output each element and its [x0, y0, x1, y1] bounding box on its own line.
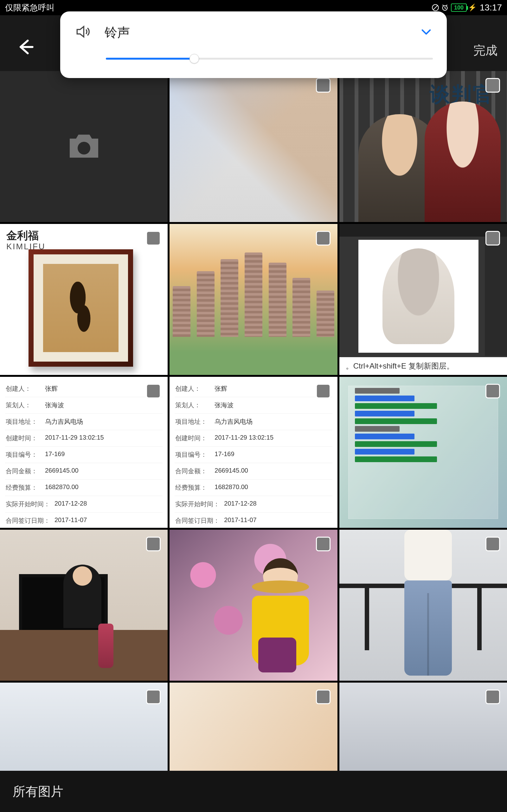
expand-button[interactable]: [419, 25, 433, 40]
select-checkbox[interactable]: [316, 231, 331, 246]
svg-line-1: [433, 6, 437, 10]
select-checkbox[interactable]: [146, 231, 161, 246]
form-value: 2017-12-28: [224, 500, 257, 508]
form-label: 合同金额：: [6, 467, 41, 475]
form-row: 合同签订日期：2017-11-07: [175, 513, 332, 528]
form-value: 张辉: [45, 385, 58, 393]
form-label: 经费预算：: [175, 484, 210, 492]
speaker-icon: [74, 23, 92, 42]
form-label: 经费预算：: [6, 484, 41, 492]
form-row: 项目编号：17-169: [175, 447, 332, 463]
chevron-down-icon: [419, 25, 433, 38]
form-value: 2017-11-29 13:02:15: [215, 434, 274, 443]
select-checkbox[interactable]: [316, 78, 331, 93]
form-row: 合同签订日期：2017-11-07: [5, 513, 163, 528]
form-value: 张辉: [215, 385, 227, 393]
done-button[interactable]: 完成: [473, 43, 498, 59]
form-value: 17-169: [45, 450, 65, 459]
form-label: 创建时间：: [6, 434, 41, 443]
gallery-thumb[interactable]: [339, 682, 507, 778]
volume-slider[interactable]: [106, 53, 433, 65]
charging-icon: ⚡: [468, 3, 476, 12]
form-row: 创建人：张辉: [5, 380, 163, 397]
form-row: 实际开始时间：2017-12-28: [5, 496, 163, 513]
form-value: 17-169: [215, 450, 234, 459]
gallery-thumb[interactable]: [170, 71, 337, 222]
album-selector-label: 所有图片: [13, 783, 63, 800]
select-checkbox[interactable]: [486, 690, 500, 704]
gallery-thumb[interactable]: 金利福 KIMLIFU: [0, 224, 168, 375]
select-checkbox[interactable]: [316, 537, 331, 551]
form-value: 乌力吉风电场: [215, 417, 252, 426]
form-value: 2669145.00: [45, 467, 78, 475]
battery-indicator: 100 ⚡: [451, 3, 478, 12]
select-checkbox[interactable]: [486, 537, 500, 551]
no-sim-icon: [431, 3, 440, 12]
gallery-thumb[interactable]: 创建人：张辉策划人：张海波项目地址：乌力吉风电场创建时间：2017-11-29 …: [0, 377, 168, 528]
form-label: 合同签订日期：: [6, 516, 50, 525]
alarm-icon: [441, 3, 449, 12]
gallery-thumb[interactable]: [170, 530, 337, 681]
select-checkbox[interactable]: [146, 537, 161, 551]
slider-thumb[interactable]: [189, 54, 199, 63]
select-checkbox[interactable]: [316, 690, 331, 704]
gallery-thumb[interactable]: [170, 682, 337, 778]
form-value: 1682870.00: [45, 484, 78, 492]
form-row: 创建时间：2017-11-29 13:02:15: [5, 430, 163, 447]
form-label: 策划人：: [6, 401, 41, 409]
form-row: 创建时间：2017-11-29 13:02:15: [175, 430, 332, 447]
gallery-grid[interactable]: 谈判官 金利福 KIMLIFU 。Ctrl+Alt+shift+E 复制新图层。…: [0, 71, 507, 778]
svg-point-3: [78, 142, 90, 154]
gallery-thumb[interactable]: 创建人：张辉策划人：张海波项目地址：乌力吉风电场创建时间：2017-11-29 …: [170, 377, 337, 528]
form-row: 项目编号：17-169: [5, 447, 163, 463]
camera-icon: [65, 128, 103, 165]
gallery-thumb[interactable]: [339, 530, 507, 681]
form-label: 策划人：: [175, 401, 210, 409]
form-value: 张海波: [45, 401, 64, 409]
select-checkbox[interactable]: [146, 690, 161, 704]
form-label: 创建时间：: [175, 434, 210, 443]
form-row: 合同金额：2669145.00: [5, 463, 163, 479]
form-row: 经费预算：1682870.00: [175, 479, 332, 496]
slider-fill: [106, 58, 194, 60]
gallery-thumb[interactable]: 。Ctrl+Alt+shift+E 复制新图层。: [339, 224, 507, 375]
form-row: 策划人：张海波: [175, 397, 332, 414]
form-label: 项目编号：: [6, 450, 41, 459]
form-value: 1682870.00: [215, 484, 248, 492]
select-checkbox[interactable]: [486, 231, 500, 246]
gallery-thumb[interactable]: [170, 224, 337, 375]
caption-text: 。Ctrl+Alt+shift+E 复制新图层。: [339, 357, 507, 375]
form-value: 张海波: [215, 401, 233, 409]
status-system-icons: [431, 3, 449, 12]
select-checkbox[interactable]: [146, 384, 161, 398]
gallery-thumb[interactable]: [0, 530, 168, 681]
select-checkbox[interactable]: [316, 384, 331, 398]
battery-percent: 100: [451, 3, 467, 12]
camera-tile[interactable]: [0, 71, 168, 222]
form-row: 合同金额：2669145.00: [175, 463, 332, 479]
form-row: 策划人：张海波: [5, 397, 163, 414]
form-row: 项目地址：乌力吉风电场: [5, 414, 163, 430]
form-label: 创建人：: [175, 385, 210, 393]
form-label: 实际开始时间：: [175, 500, 220, 508]
form-value: 乌力吉风电场: [45, 417, 83, 426]
form-label: 项目编号：: [175, 450, 210, 459]
gallery-grid-area: 谈判官 金利福 KIMLIFU 。Ctrl+Alt+shift+E 复制新图层。…: [0, 71, 507, 812]
form-label: 实际开始时间：: [6, 500, 50, 508]
form-value: 2017-11-07: [55, 516, 87, 525]
gallery-thumb[interactable]: [0, 682, 168, 778]
album-selector-bar[interactable]: 所有图片: [0, 771, 507, 812]
form-row: 创建人：张辉: [175, 380, 332, 397]
status-right-cluster: 100 ⚡ 13:17: [431, 3, 502, 13]
select-checkbox[interactable]: [486, 384, 500, 398]
form-label: 合同金额：: [175, 467, 210, 475]
form-value: 2017-11-29 13:02:15: [45, 434, 104, 443]
form-row: 实际开始时间：2017-12-28: [175, 496, 332, 513]
gallery-thumb[interactable]: 谈判官: [339, 71, 507, 222]
back-button[interactable]: [16, 38, 35, 56]
form-row: 经费预算：1682870.00: [5, 479, 163, 496]
form-row: 项目地址：乌力吉风电场: [175, 414, 332, 430]
gallery-thumb[interactable]: [339, 377, 507, 528]
form-label: 项目地址：: [6, 417, 41, 426]
select-checkbox[interactable]: [486, 78, 500, 93]
